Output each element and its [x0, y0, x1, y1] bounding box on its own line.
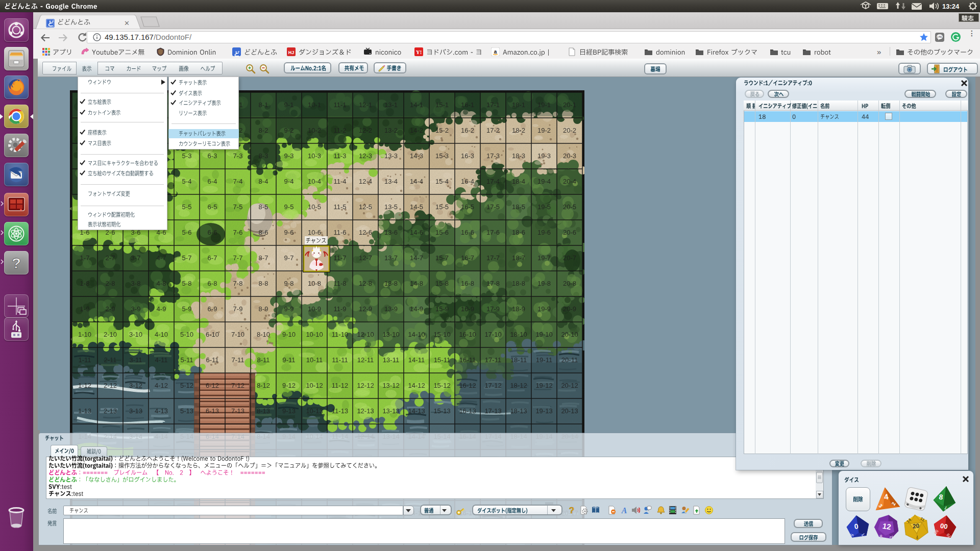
svg-text:4-8: 4-8	[157, 280, 166, 287]
svg-text:8-2: 8-2	[259, 127, 268, 134]
svg-text:12-2: 12-2	[359, 127, 372, 134]
svg-text:17-8: 17-8	[486, 280, 500, 287]
svg-text:18-10: 18-10	[510, 331, 527, 338]
svg-text:20-6: 20-6	[563, 229, 576, 236]
svg-text:14-10: 14-10	[408, 331, 425, 338]
svg-text:14-12: 14-12	[408, 382, 425, 389]
svg-text:20-10: 20-10	[561, 331, 578, 338]
svg-text:20-12: 20-12	[561, 382, 578, 389]
svg-text:17-9: 17-9	[486, 305, 500, 313]
svg-text:13-12: 13-12	[382, 382, 399, 389]
svg-text:8-11: 8-11	[257, 356, 270, 364]
svg-text:16-7: 16-7	[461, 254, 474, 262]
svg-text:11-6: 11-6	[333, 229, 346, 236]
svg-text:12-4: 12-4	[359, 178, 372, 185]
svg-text:15-7: 15-7	[435, 254, 449, 262]
svg-text:4-13: 4-13	[155, 407, 168, 415]
svg-text:3-9: 3-9	[131, 305, 141, 313]
svg-text:10-8: 10-8	[308, 280, 321, 287]
svg-text:19-6: 19-6	[537, 229, 551, 236]
svg-text:18-2: 18-2	[512, 127, 525, 134]
svg-text:5-12: 5-12	[180, 382, 193, 389]
svg-text:4-9: 4-9	[157, 305, 166, 313]
svg-text:19-2: 19-2	[537, 127, 551, 134]
svg-text:9-13: 9-13	[282, 407, 296, 415]
svg-text:16-9: 16-9	[461, 305, 474, 313]
svg-text:1-13: 1-13	[78, 407, 91, 415]
svg-text:6-7: 6-7	[208, 254, 217, 262]
svg-text:2-12: 2-12	[104, 382, 117, 389]
svg-text:16-10: 16-10	[459, 331, 476, 338]
svg-text:6-13: 6-13	[206, 407, 219, 415]
svg-text:8-10: 8-10	[257, 331, 270, 338]
svg-text:18-9: 18-9	[512, 305, 525, 313]
svg-text:19-13: 19-13	[535, 407, 552, 415]
svg-text:9-3: 9-3	[284, 152, 294, 160]
svg-text:1-12: 1-12	[78, 382, 91, 389]
svg-text:16-11: 16-11	[459, 356, 476, 364]
svg-text:17-12: 17-12	[484, 382, 501, 389]
svg-text:9-4: 9-4	[284, 178, 294, 185]
svg-text:12-8: 12-8	[359, 280, 372, 287]
svg-text:8-3: 8-3	[259, 152, 268, 160]
svg-text:10-13: 10-13	[306, 407, 323, 415]
svg-text:19-9: 19-9	[537, 305, 551, 313]
svg-text:16-8: 16-8	[461, 280, 474, 287]
svg-text:2-7: 2-7	[106, 254, 115, 262]
svg-text:11-5: 11-5	[333, 203, 346, 211]
svg-text:18-13: 18-13	[510, 407, 527, 415]
svg-text:18-12: 18-12	[510, 382, 527, 389]
svg-text:10-11: 10-11	[306, 356, 323, 364]
svg-text:11-2: 11-2	[333, 127, 346, 134]
svg-text:17-6: 17-6	[486, 229, 500, 236]
svg-text:16-3: 16-3	[461, 152, 474, 160]
svg-text:11-4: 11-4	[333, 178, 346, 185]
svg-text:?: ?	[569, 506, 574, 515]
svg-text:15-1: 15-1	[435, 101, 449, 109]
svg-text:15-11: 15-11	[434, 356, 450, 364]
svg-text:13-6: 13-6	[384, 229, 398, 236]
svg-text:2-13: 2-13	[104, 407, 117, 415]
svg-text:14-13: 14-13	[408, 407, 425, 415]
svg-text:19-1: 19-1	[537, 101, 551, 109]
svg-text:3-13: 3-13	[129, 407, 142, 415]
svg-text:14-9: 14-9	[410, 305, 423, 313]
svg-text:18-7: 18-7	[512, 254, 525, 262]
svg-text:HJ: HJ	[288, 50, 295, 55]
svg-text:12-3: 12-3	[359, 152, 372, 160]
svg-text:2-10: 2-10	[104, 331, 117, 338]
svg-text:18-6: 18-6	[512, 229, 525, 236]
svg-text:12-12: 12-12	[357, 382, 374, 389]
svg-text:A: A	[621, 506, 627, 515]
svg-text:14-3: 14-3	[410, 152, 423, 160]
svg-text:16-12: 16-12	[459, 382, 476, 389]
svg-text:1-7: 1-7	[80, 254, 90, 262]
svg-text:5-4: 5-4	[182, 178, 192, 185]
svg-text:18-1: 18-1	[512, 101, 525, 109]
svg-text:11-12: 11-12	[332, 382, 348, 389]
svg-text:17-2: 17-2	[486, 127, 500, 134]
svg-text:20-13: 20-13	[561, 407, 578, 415]
svg-text:20-3: 20-3	[563, 152, 576, 160]
svg-text:9-5: 9-5	[284, 203, 294, 211]
svg-text:12-13: 12-13	[357, 407, 374, 415]
svg-text:7-8: 7-8	[233, 280, 243, 287]
svg-text:17-7: 17-7	[486, 254, 500, 262]
svg-text:20-8: 20-8	[563, 280, 576, 287]
svg-text:14-2: 14-2	[410, 127, 423, 134]
svg-text:11-11: 11-11	[332, 356, 348, 364]
svg-text:7-7: 7-7	[233, 254, 243, 262]
svg-text:5-5: 5-5	[182, 203, 192, 211]
svg-text:13-10: 13-10	[382, 331, 399, 338]
svg-text:10-2: 10-2	[308, 127, 321, 134]
svg-text:5-7: 5-7	[182, 254, 192, 262]
svg-text:8-7: 8-7	[259, 254, 268, 262]
svg-text:14-1: 14-1	[410, 101, 423, 109]
svg-text:3-12: 3-12	[129, 382, 142, 389]
svg-text:3-10: 3-10	[129, 331, 142, 338]
svg-text:6-11: 6-11	[206, 356, 218, 364]
svg-text:1-9: 1-9	[80, 305, 90, 313]
svg-text:16-4: 16-4	[461, 178, 474, 185]
svg-text:10-1: 10-1	[308, 101, 321, 109]
svg-text:15-8: 15-8	[435, 280, 449, 287]
